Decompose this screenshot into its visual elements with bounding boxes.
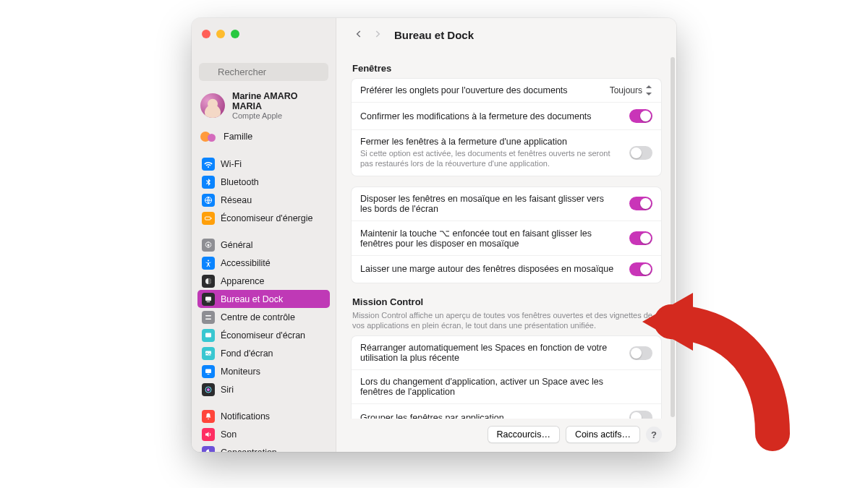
sliders-icon: [202, 311, 215, 324]
sidebar-item-control-center[interactable]: Centre de contrôle: [197, 308, 330, 326]
close-button[interactable]: [202, 30, 210, 38]
sidebar-item-screensaver[interactable]: Économiseur d'écran: [197, 326, 330, 344]
row-group-by-app: Grouper les fenêtres par application: [352, 403, 661, 419]
sidebar-item-appearance[interactable]: Apparence: [197, 272, 330, 290]
display-icon: [202, 365, 215, 378]
svg-point-3: [208, 244, 210, 246]
svg-point-15: [207, 388, 210, 391]
footer: Raccourcis… Coins actifs… ?: [336, 419, 676, 452]
svg-rect-7: [207, 301, 210, 302]
titlebar: [192, 18, 676, 53]
sidebar-item-sound[interactable]: Son: [197, 425, 330, 443]
family-row[interactable]: Famille: [192, 126, 336, 152]
svg-rect-12: [205, 369, 211, 373]
bluetooth-icon: [202, 176, 215, 189]
siri-icon: [202, 383, 215, 396]
sidebar-item-wallpaper[interactable]: Fond d'écran: [197, 344, 330, 362]
toggle-rearrange-spaces[interactable]: [629, 346, 652, 360]
shortcuts-button[interactable]: Raccourcis…: [488, 426, 560, 443]
dock-icon: [202, 293, 215, 306]
toggle-tile-margin[interactable]: [629, 262, 652, 276]
bell-icon: [202, 410, 215, 423]
search-input[interactable]: [199, 63, 328, 81]
toggle-close-windows[interactable]: [629, 146, 652, 160]
sidebar-item-accessibility[interactable]: Accessibilité: [197, 254, 330, 272]
card-mission: Réarranger automatiquement les Spaces en…: [351, 335, 662, 419]
appearance-icon: [202, 275, 215, 288]
sidebar-item-bluetooth[interactable]: Bluetooth: [197, 173, 330, 191]
svg-rect-1: [205, 217, 211, 220]
family-label: Famille: [224, 132, 252, 142]
card-windows-1: Préférer les onglets pour l'ouverture de…: [351, 78, 662, 176]
window-controls: [202, 30, 239, 38]
help-button[interactable]: ?: [646, 427, 662, 442]
section-title-mission: Mission Control: [352, 296, 660, 307]
svg-point-4: [208, 260, 209, 261]
row-close-windows: Fermer les fenêtres à la fermeture d'une…: [352, 129, 661, 176]
toggle-confirm-close[interactable]: [629, 109, 652, 123]
row-tile-margin: Laisser une marge autour des fenêtres di…: [352, 255, 661, 283]
wallpaper-icon: [202, 347, 215, 360]
svg-rect-6: [205, 296, 211, 301]
prefer-tabs-select[interactable]: Toujours: [610, 85, 652, 95]
chevron-updown-icon: [645, 85, 652, 95]
maximize-button[interactable]: [231, 30, 239, 38]
avatar: [200, 93, 225, 118]
minimize-button[interactable]: [216, 30, 225, 38]
sidebar-item-wifi[interactable]: Wi-Fi: [197, 155, 330, 173]
row-prefer-tabs: Préférer les onglets pour l'ouverture de…: [352, 79, 661, 102]
screensaver-icon: [202, 329, 215, 342]
sidebar-item-energy[interactable]: Économiseur d'énergie: [197, 209, 330, 227]
card-windows-2: Disposer les fenêtres en mosaïque en les…: [351, 187, 662, 283]
svg-rect-10: [205, 333, 211, 337]
accessibility-icon: [202, 257, 215, 270]
row-confirm-close: Confirmer les modifications à la fermetu…: [352, 102, 661, 129]
content-scroll[interactable]: Fenêtres Préférer les onglets pour l'ouv…: [336, 53, 676, 419]
toggle-tile-edges[interactable]: [629, 197, 652, 210]
sidebar-item-focus[interactable]: Concentration: [197, 443, 330, 452]
globe-icon: [202, 194, 215, 207]
toggle-group-by-app[interactable]: [629, 411, 652, 419]
family-icon: [200, 129, 216, 145]
svg-rect-13: [208, 374, 210, 374]
sidebar-item-desktop-dock[interactable]: Bureau et Dock: [197, 290, 330, 308]
toggle-hold-option[interactable]: [629, 231, 652, 245]
svg-rect-9: [205, 318, 211, 320]
row-hold-option: Maintenir la touche ⌥ enfoncée tout en f…: [352, 221, 661, 255]
section-title-windows: Fenêtres: [352, 63, 660, 74]
wifi-icon: [202, 158, 215, 171]
sidebar-item-notifications[interactable]: Notifications: [197, 407, 330, 425]
account-row[interactable]: Marine AMARO MARIA Compte Apple: [192, 84, 336, 126]
gear-icon: [202, 239, 215, 252]
svg-rect-2: [211, 218, 212, 219]
account-sub: Compte Apple: [232, 111, 327, 120]
sidebar-item-general[interactable]: Général: [197, 236, 330, 254]
battery-icon: [202, 212, 215, 225]
sidebar: Marine AMARO MARIA Compte Apple Famille …: [192, 18, 336, 452]
moon-icon: [202, 446, 215, 453]
settings-window: Marine AMARO MARIA Compte Apple Famille …: [192, 18, 676, 452]
hot-corners-button[interactable]: Coins actifs…: [566, 426, 640, 443]
sidebar-item-displays[interactable]: Moniteurs: [197, 362, 330, 380]
row-rearrange-spaces: Réarranger automatiquement les Spaces en…: [352, 336, 661, 369]
row-tile-edges: Disposer les fenêtres en mosaïque en les…: [352, 187, 661, 221]
speaker-icon: [202, 428, 215, 441]
svg-rect-8: [205, 315, 211, 317]
row-switch-space: Lors du changement d'application, active…: [352, 369, 661, 403]
scrollbar[interactable]: [671, 57, 675, 417]
sidebar-item-siri[interactable]: Siri: [197, 380, 330, 398]
sidebar-item-network[interactable]: Réseau: [197, 191, 330, 209]
section-desc-mission: Mission Control affiche un aperçu de tou…: [352, 310, 660, 332]
account-name: Marine AMARO MARIA: [232, 91, 327, 111]
main-panel: Bureau et Dock Fenêtres Préférer les ong…: [336, 18, 676, 452]
